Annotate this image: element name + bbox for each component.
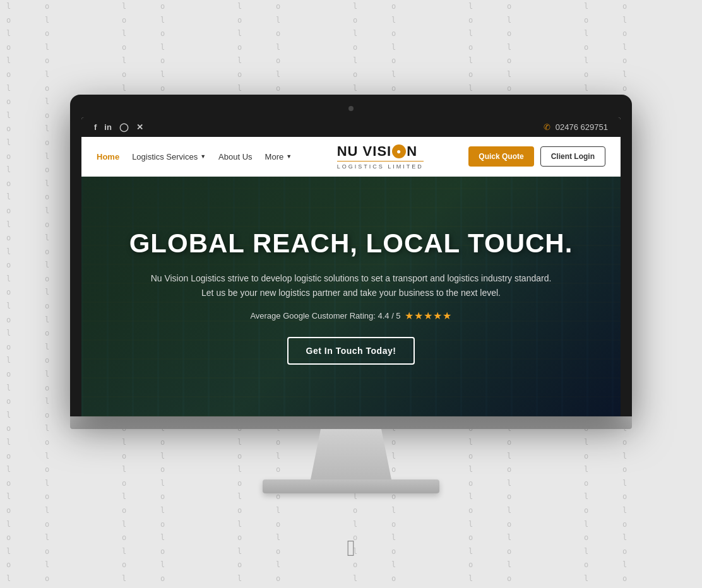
logo-globe-icon: ● [392,144,406,158]
quick-quote-button[interactable]: Quick Quote [468,146,533,167]
logo: NU VISI ● N LOGISTICS LIMITED [337,143,424,170]
hero-section: GLOBAL REACH, LOCAL TOUCH. Nu Vision Log… [81,177,621,416]
logo-nu-vision: NU VISI [337,143,391,160]
imac-body: f in ◯ ✕ ✆ 02476 629751 Home [70,95,632,416]
imac-screen: f in ◯ ✕ ✆ 02476 629751 Home [81,117,621,416]
hero-rating: Average Google Customer Rating: 4.4 / 5 … [129,310,573,322]
cta-button[interactable]: Get In Touch Today! [287,337,415,365]
logo-text: NU VISI ● N [337,143,424,160]
nav-home[interactable]: Home [97,152,119,162]
hero-content: GLOBAL REACH, LOCAL TOUCH. Nu Vision Log… [110,203,592,390]
rating-stars: ★★★★★ [405,310,452,322]
nav-about[interactable]: About Us [218,152,252,162]
more-label: More [265,152,284,162]
instagram-icon[interactable]: ◯ [119,122,129,132]
logo-n: N [407,143,417,160]
hero-description: Nu Vision Logistics strive to develop lo… [149,271,553,300]
phone-icon: ✆ [544,122,550,132]
linkedin-icon[interactable]: in [104,122,112,132]
imac-camera [348,106,354,111]
client-login-button[interactable]: Client Login [540,146,605,167]
imac-neck [300,429,402,479]
logo-subtitle: LOGISTICS LIMITED [337,161,424,170]
imac-stand-base [70,416,632,429]
logistics-arrow-icon: ▼ [200,153,206,160]
twitter-x-icon[interactable]: ✕ [136,122,143,132]
imac-foot:  [263,479,439,493]
navbar: Home Logistics Services ▼ About Us More … [81,137,621,177]
website: f in ◯ ✕ ✆ 02476 629751 Home [81,117,621,416]
hero-title: GLOBAL REACH, LOCAL TOUCH. [129,228,573,259]
social-icons-group: f in ◯ ✕ [94,122,143,132]
top-bar: f in ◯ ✕ ✆ 02476 629751 [81,117,621,137]
nav-more[interactable]: More ▼ [265,152,292,162]
imac-display: f in ◯ ✕ ✆ 02476 629751 Home [70,95,632,493]
apple-logo-icon:  [347,535,355,562]
nav-logistics[interactable]: Logistics Services ▼ [132,152,206,162]
more-arrow-icon: ▼ [286,153,292,160]
rating-text: Average Google Customer Rating: 4.4 / 5 [250,311,400,320]
phone-info: ✆ 02476 629751 [544,122,608,132]
nav-buttons: Quick Quote Client Login [468,146,605,167]
facebook-icon[interactable]: f [94,122,97,132]
phone-number[interactable]: 02476 629751 [556,122,608,132]
nav-links: Home Logistics Services ▼ About Us More … [97,152,292,162]
logistics-label: Logistics Services [132,152,198,162]
